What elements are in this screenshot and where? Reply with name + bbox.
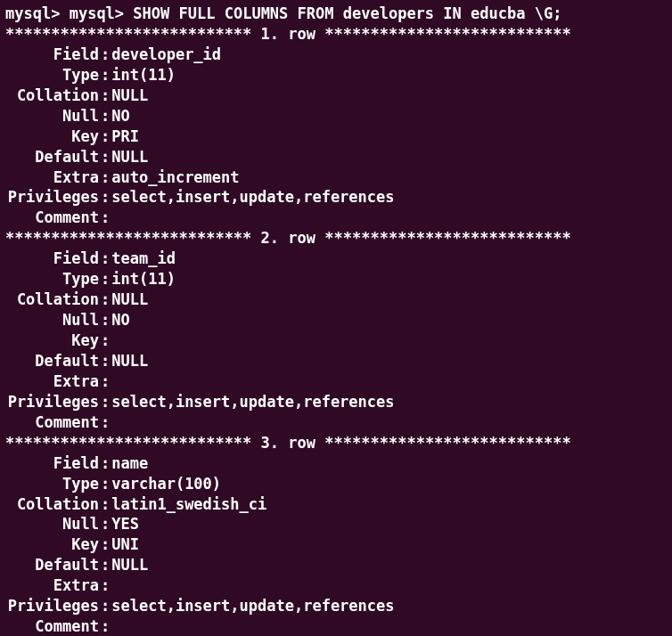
row-header-1: *************************** 1. row *****…: [5, 24, 667, 45]
command-line[interactable]: mysql> mysql> SHOW FULL COLUMNS FROM dev…: [5, 4, 667, 24]
row2-field: Field:team_id: [5, 249, 667, 269]
row3-collation: Collation:latin1_swedish_ci: [5, 494, 667, 515]
row2-comment: Comment:: [5, 412, 667, 433]
row2-extra: Extra:: [5, 371, 667, 392]
prompt-2: mysql>: [70, 4, 124, 22]
row3-default: Default:NULL: [5, 555, 667, 575]
row3-key: Key:UNI: [5, 534, 667, 555]
terminal-output: mysql> mysql> SHOW FULL COLUMNS FROM dev…: [5, 4, 667, 636]
row1-comment: Comment:: [5, 208, 667, 228]
row-header-3: *************************** 3. row *****…: [5, 433, 667, 453]
sql-command: SHOW FULL COLUMNS FROM developers IN edu…: [133, 4, 561, 22]
row2-null: Null:NO: [5, 310, 667, 330]
row3-type: Type:varchar(100): [5, 474, 667, 494]
row1-key: Key:PRI: [5, 126, 667, 147]
row3-comment: Comment:: [5, 616, 667, 636]
row1-null: Null:NO: [5, 106, 667, 126]
row1-extra: Extra:auto_increment: [5, 167, 667, 188]
row3-extra: Extra:: [5, 575, 667, 596]
row2-default: Default:NULL: [5, 351, 667, 371]
row2-collation: Collation:NULL: [5, 289, 667, 310]
row1-privileges: Privileges:select,insert,update,referenc…: [5, 187, 667, 208]
row1-type: Type:int(11): [5, 65, 667, 86]
row1-default: Default:NULL: [5, 147, 667, 167]
row2-type: Type:int(11): [5, 269, 667, 289]
row2-privileges: Privileges:select,insert,update,referenc…: [5, 392, 667, 412]
row3-null: Null:YES: [5, 514, 667, 534]
row1-field: Field:developer_id: [5, 45, 667, 65]
row-header-2: *************************** 2. row *****…: [5, 228, 667, 249]
row2-key: Key:: [5, 330, 667, 351]
row3-privileges: Privileges:select,insert,update,referenc…: [5, 596, 667, 616]
row1-collation: Collation:NULL: [5, 86, 667, 106]
prompt-1: mysql>: [5, 4, 60, 22]
row3-field: Field:name: [5, 453, 667, 474]
